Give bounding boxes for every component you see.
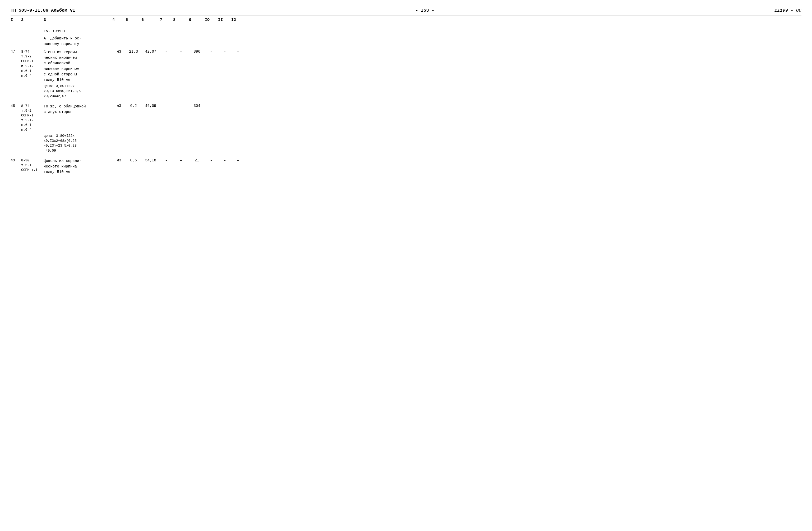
subsection-header-row: А. Добавить к ос- новному варианту [11, 36, 801, 47]
col-header-4: 4 [112, 18, 126, 22]
row-col10-47: – [205, 50, 218, 54]
row-col12-49: – [231, 158, 245, 163]
row-col9-47: 896 [189, 50, 205, 54]
col-header-2: 2 [21, 18, 44, 22]
subsection-title: А. Добавить к ос- новному варианту [44, 36, 112, 47]
col-header-1: I [11, 18, 21, 22]
col-header-5: 5 [126, 18, 141, 22]
row-desc-47: Стены из керами-ческих кирпичейс облицов… [44, 50, 112, 83]
row-col5-49: 0,6 [126, 158, 141, 163]
col-header-6: 6 [141, 18, 160, 22]
row-col10-48: – [205, 104, 218, 108]
section-title: IV. Стены [44, 29, 112, 33]
column-headers: I 2 3 4 5 6 7 8 9 IO II I2 [11, 16, 801, 24]
row-id-49: 49 [11, 158, 21, 163]
row-unit-49: м3 [112, 158, 126, 163]
col-header-7: 7 [160, 18, 173, 22]
row-ref-49: 8-30 т.5-I ССПМ т.I [21, 158, 44, 173]
table-row: 48 8-74 т.9-2 ССПМ-I т.2-I2 п.6-I п.6-4 … [11, 104, 801, 132]
col-header-10: IO [205, 18, 218, 22]
row-desc-49: Цоколь из керами-ческого кирпичатолщ. 51… [44, 158, 112, 175]
header-right: 21199 - 06 [774, 8, 801, 13]
row-col7-47: – [160, 50, 173, 54]
page-header: ТП 503-9-II.86 Альбом VI - I53 - 21199 -… [11, 8, 801, 13]
price-note-48: цена: 3.80+I22х х0,I3х2+68х(0,25– –0,I3)… [11, 134, 801, 153]
header-center: - I53 - [416, 8, 434, 13]
row-id-48: 48 [11, 104, 21, 108]
header-left: ТП 503-9-II.86 Альбом VI [11, 8, 75, 13]
price-note-47: цена: 3,80+I22х х0,I3+68х0,25+23,5 х0,23… [11, 84, 801, 99]
price-text-48: цена: 3.80+I22х х0,I3х2+68х(0,25– –0,I3)… [44, 134, 112, 153]
row-col9-49: 2I [189, 158, 205, 163]
row-col12-48: – [231, 104, 245, 108]
row-id-47: 47 [11, 50, 21, 54]
table-row: 47 8-74 т.9-2 ССПМ-I п.2-I2 п.6-I п.6-4 … [11, 50, 801, 83]
row-col7-48: – [160, 104, 173, 108]
row-col8-48: – [173, 104, 189, 108]
row-unit-48: м3 [112, 104, 126, 108]
row-col5-48: 6,2 [126, 104, 141, 108]
table-row: 49 8-30 т.5-I ССПМ т.I Цоколь из керами-… [11, 158, 801, 175]
row-ref-47: 8-74 т.9-2 ССПМ-I п.2-I2 п.6-I п.6-4 [21, 50, 44, 78]
row-unit-47: м3 [112, 50, 126, 54]
row-ref-48: 8-74 т.9-2 ССПМ-I т.2-I2 п.6-I п.6-4 [21, 104, 44, 132]
col-header-12: I2 [231, 18, 245, 22]
row-col8-47: – [173, 50, 189, 54]
row-col8-49: – [173, 158, 189, 163]
row-col10-49: – [205, 158, 218, 163]
row-col6-49: 34,I8 [141, 158, 160, 163]
row-desc-48: То же, с облицовкойс двух сторон [44, 104, 112, 115]
row-col9-48: 304 [189, 104, 205, 108]
row-col11-48: – [218, 104, 231, 108]
row-col12-47: – [231, 50, 245, 54]
row-col5-47: 2I,3 [126, 50, 141, 54]
col-header-3: 3 [44, 18, 112, 22]
col-header-11: II [218, 18, 231, 22]
row-col11-47: – [218, 50, 231, 54]
row-col6-47: 42,07 [141, 50, 160, 54]
col-header-9: 9 [189, 18, 205, 22]
price-text-47: цена: 3,80+I22х х0,I3+68х0,25+23,5 х0,23… [44, 84, 112, 99]
row-col11-49: – [218, 158, 231, 163]
row-col6-48: 49,09 [141, 104, 160, 108]
row-col7-49: – [160, 158, 173, 163]
section-title-row: IV. Стены [11, 29, 801, 33]
col-header-8: 8 [173, 18, 189, 22]
